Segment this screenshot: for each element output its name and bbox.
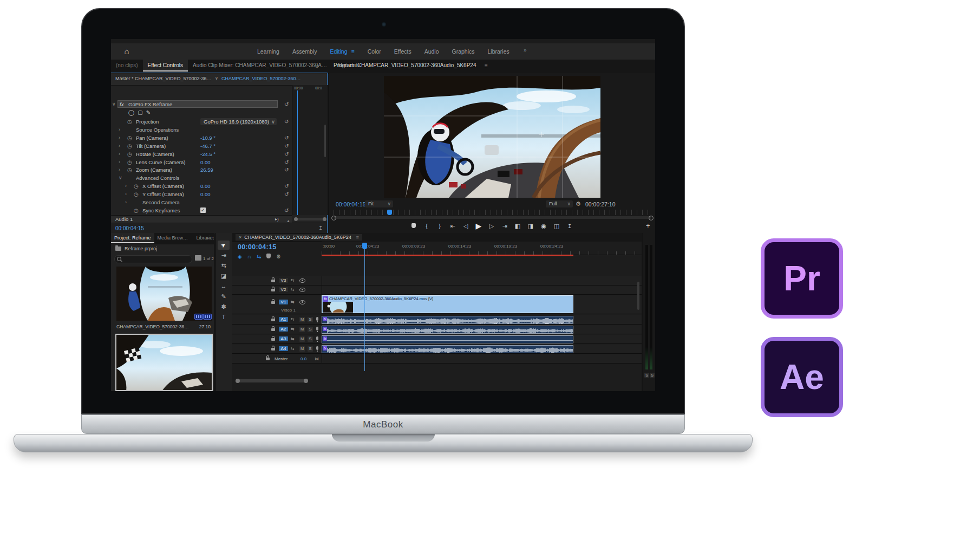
reset-param-icon[interactable]	[284, 190, 289, 198]
razor-tool-icon[interactable]: ◪	[218, 271, 230, 281]
lock-icon[interactable]	[271, 328, 275, 331]
effect-row-y-offset-camera[interactable]: ›◷Y Offset (Camera)0.00	[111, 190, 292, 198]
track-badge[interactable]: V2	[279, 287, 288, 292]
lock-icon[interactable]	[266, 358, 270, 360]
track-a4[interactable]: A4⇆MSfx	[232, 345, 642, 354]
param-value[interactable]: 0.00	[200, 158, 211, 166]
twirl-icon[interactable]: ›	[119, 158, 120, 166]
chevron-down-icon[interactable]: ∨	[215, 76, 218, 81]
master-clip-label[interactable]: Master * CHAMPCAR_VIDEO_570002-360Audio.…	[115, 76, 213, 81]
ripple-edit-tool-icon[interactable]: ⇆	[218, 261, 230, 270]
effect-controls-playhead[interactable]	[297, 90, 298, 215]
solo-left-button[interactable]: S	[644, 373, 649, 378]
mute-button[interactable]: M	[299, 327, 305, 332]
tab-audio-clip-mixer-champcar-video-570002-360audio-5k6p24[interactable]: Audio Clip Mixer: CHAMPCAR_VIDEO_570002-…	[188, 60, 333, 70]
track-badge[interactable]: A3	[279, 336, 288, 341]
stopwatch-icon[interactable]: ◷	[127, 142, 132, 150]
checkbox-checked-icon[interactable]	[200, 207, 206, 213]
audio-clip[interactable]: fx	[322, 335, 573, 343]
effect-row-advanced-controls[interactable]: ∨Advanced Controls	[111, 174, 292, 182]
sync-lock-icon[interactable]: ⇆	[291, 327, 295, 332]
track-v3[interactable]: V3⇆	[232, 276, 642, 286]
effect-row-gopro-fx-reframe[interactable]: ∨fxGoPro FX Reframe	[111, 100, 292, 108]
timeline-settings-icon[interactable]: ⚙	[276, 254, 281, 259]
workspace-tab-editing[interactable]: Editing	[330, 48, 354, 55]
mute-button[interactable]: M	[299, 317, 305, 322]
step-back-icon[interactable]: ◁	[462, 223, 469, 230]
go-to-out-icon[interactable]: ⇥	[501, 223, 508, 230]
twirl-icon[interactable]: ›	[125, 190, 127, 198]
play-icon[interactable]: ▶	[475, 222, 482, 230]
reset-param-icon[interactable]	[284, 118, 289, 126]
param-value[interactable]: -24.5 °	[200, 150, 215, 158]
twirl-open-icon[interactable]: ∨	[119, 174, 122, 182]
track-badge[interactable]: A1	[279, 317, 288, 322]
lock-icon[interactable]	[271, 338, 275, 341]
ellipse-mask-icon[interactable]: ◯	[128, 109, 138, 115]
export-icon[interactable]	[318, 225, 323, 231]
mic-icon[interactable]	[316, 327, 318, 330]
solo-button[interactable]: S	[308, 336, 313, 342]
workspace-overflow-button[interactable]: »	[524, 47, 527, 53]
reset-param-icon[interactable]	[284, 182, 289, 190]
clip-caption[interactable]: CHAMPCAR_VIDEO_570002-360Audio_5K.. 27:1…	[116, 324, 212, 330]
stopwatch-icon[interactable]: ◷	[127, 150, 132, 158]
audio-clip[interactable]: fx	[322, 326, 573, 334]
twirl-icon[interactable]: ›	[125, 198, 127, 206]
audio-clip[interactable]: fx	[322, 316, 573, 324]
reset-param-icon[interactable]	[284, 150, 289, 158]
twirl-open-icon[interactable]: ∨	[112, 100, 116, 108]
effect-row-x-offset-camera[interactable]: ›◷X Offset (Camera)0.00	[111, 182, 292, 190]
track-lane[interactable]	[322, 354, 322, 363]
project-tab-libraries[interactable]: Libraries	[193, 233, 214, 242]
sequence-name-label[interactable]: CHAMPCAR_VIDEO_570002-360Audio_5K6...	[221, 76, 303, 81]
program-scrub-ruler[interactable]	[334, 210, 651, 215]
toggle-track-output-eye-icon[interactable]	[299, 300, 305, 304]
sync-lock-icon[interactable]: ⇆	[291, 300, 295, 304]
sync-lock-icon[interactable]: ⇆	[291, 278, 295, 283]
search-input[interactable]	[122, 256, 190, 263]
add-marker-icon[interactable]	[266, 254, 271, 259]
lock-icon[interactable]	[271, 319, 275, 321]
twirl-icon[interactable]: ›	[119, 134, 120, 142]
clip-thumbnail-360-pano[interactable]	[116, 267, 212, 321]
tab-program-monitor[interactable]: Program: CHAMPCAR_VIDEO_570002-360Audio_…	[329, 60, 481, 70]
add-marker-icon[interactable]	[410, 223, 417, 229]
audio-clip[interactable]: fx	[322, 345, 573, 353]
sync-lock-icon[interactable]: ⇆	[291, 317, 295, 322]
slip-tool-icon[interactable]: ↔	[218, 282, 230, 291]
twirl-icon[interactable]: ›	[119, 142, 120, 150]
track-a3[interactable]: A3⇆MSfx	[232, 335, 642, 344]
rectangle-mask-icon[interactable]: ▢	[138, 109, 146, 115]
program-video-preview[interactable]	[384, 76, 600, 198]
lock-icon[interactable]	[271, 301, 275, 304]
video-clip[interactable]: fxCHAMPCAR_VIDEO_570002-360Audio_5K6P24.…	[322, 295, 573, 313]
selection-tool-icon[interactable]: ➤	[218, 241, 230, 250]
mark-in-icon[interactable]: {	[423, 223, 430, 229]
param-value[interactable]: 0.00	[200, 190, 211, 198]
track-a1[interactable]: A1⇆MSfx	[232, 315, 642, 325]
workspace-menu-icon[interactable]	[351, 48, 355, 55]
nest-toggle-icon[interactable]: ◈	[238, 254, 242, 259]
lift-icon[interactable]: ◧	[514, 223, 521, 230]
sequence-tab[interactable]: ×CHAMPCAR_VIDEO_570002-360Audio_5K6P24 ≡	[236, 234, 362, 241]
track-v1[interactable]: V1⇆Video 1fxCHAMPCAR_VIDEO_570002-360Aud…	[232, 295, 642, 314]
track-v2[interactable]: V2⇆	[232, 286, 642, 295]
sync-lock-icon[interactable]: ⇆	[291, 346, 295, 351]
extract-icon[interactable]: ◨	[527, 223, 534, 230]
lock-icon[interactable]	[271, 289, 275, 291]
pen-tool-icon[interactable]: ✎	[218, 292, 230, 301]
track-a2[interactable]: A2⇆MSfx	[232, 325, 642, 334]
effect-controls-timecode[interactable]: 00:00:04:15	[115, 225, 144, 231]
reset-param-icon[interactable]	[284, 206, 289, 215]
pen-mask-icon[interactable]: ✎	[146, 109, 154, 115]
stopwatch-icon[interactable]: ◷	[127, 118, 132, 126]
effect-row-sync-keyframes[interactable]: ◷Sync Keyframes	[111, 206, 292, 215]
timeline-playhead-line[interactable]	[364, 249, 365, 371]
workspace-tab-learning[interactable]: Learning	[257, 48, 279, 55]
track-select-forward-tool-icon[interactable]: ⇥	[218, 251, 230, 260]
mic-icon[interactable]	[316, 346, 318, 350]
track-badge[interactable]: V1	[279, 300, 288, 304]
param-dropdown[interactable]: GoPro HD 16:9 (1920x1080)	[200, 118, 277, 125]
selected-clip-thumbnail[interactable]	[115, 334, 213, 391]
